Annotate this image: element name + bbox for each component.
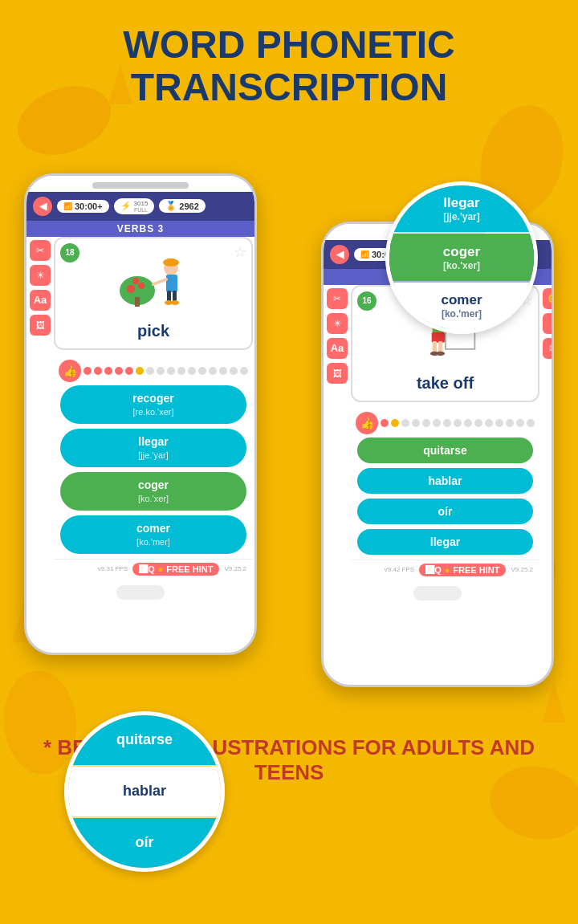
svg-rect-26 <box>431 332 444 343</box>
version-label-2: V9.25.2 <box>511 566 533 573</box>
flash-card-1: 18 ☆ <box>54 237 253 350</box>
answer-btn-2-3[interactable]: llegar <box>357 529 533 555</box>
progress-dots-2: 👍 <box>351 409 539 438</box>
svg-rect-17 <box>168 258 174 265</box>
progress-dots-1: 👍 <box>54 356 253 385</box>
emoji-btn-1[interactable]: 😊 <box>256 240 257 261</box>
card-star-1[interactable]: ☆ <box>234 243 246 261</box>
coin-icon-1: 🏅 <box>165 201 177 211</box>
back-button-2[interactable]: ◀ <box>330 245 349 264</box>
wifi-icon-2: 📶 <box>360 250 369 258</box>
answer-btn-1-2[interactable]: coger [ko.'xer] <box>60 472 246 511</box>
stat-score-1: ⚡ 3015 FULL <box>114 198 155 214</box>
fps-label-2: v9.42 FPS <box>385 566 414 573</box>
callout-circle-1: llegar [jje.'yar] coger [ko.'xer] comer … <box>385 181 538 334</box>
callout-2-item-1: quitarse <box>68 715 221 765</box>
svg-point-12 <box>127 285 135 293</box>
svg-point-13 <box>138 283 144 289</box>
stat-time-1: 📶 30:00+ <box>57 200 109 213</box>
phone-1-center: 18 ☆ <box>54 237 253 579</box>
callout-2-item-3: oír <box>68 818 221 868</box>
answer-btn-1-3[interactable]: comer [ko.'mer] <box>60 515 246 554</box>
card-illustration-1 <box>113 250 193 315</box>
image-btn-2[interactable]: 🖼 <box>327 363 348 384</box>
lightning-icon-1: ⚡ <box>120 201 132 211</box>
right-panel-1: 😊 ⏸ ✉ <box>253 237 257 314</box>
phone-1-app-header: ◀ 📶 30:00+ ⚡ 3015 FULL 🏅 2962 <box>26 192 254 221</box>
pause-btn-2[interactable]: ⏸ <box>543 313 554 334</box>
svg-rect-11 <box>135 297 140 307</box>
svg-rect-28 <box>438 341 442 353</box>
svg-rect-27 <box>432 341 436 353</box>
answer-btn-2-2[interactable]: oír <box>357 499 533 524</box>
hint-bar-2: v9.42 FPS 🅿Q ● FREE HINT V9.25.2 <box>351 560 539 580</box>
version-label-1: V9.25.2 <box>224 565 246 572</box>
phone-2-home <box>324 580 552 607</box>
stat-coins-1: 🏅 2962 <box>159 199 205 213</box>
text-btn-2[interactable]: Aa <box>327 338 348 359</box>
scissor-btn-2[interactable]: ✂ <box>327 288 348 309</box>
home-oval-1[interactable] <box>116 585 165 600</box>
phone-1-home <box>26 579 254 606</box>
answer-btn-1-0[interactable]: recoger [re.ko.'xer] <box>60 385 246 424</box>
phone-1: ◀ 📶 30:00+ ⚡ 3015 FULL 🏅 2962 <box>24 173 257 655</box>
mail-btn-2[interactable]: ✉ <box>543 338 554 359</box>
category-label-1: VERBS 3 <box>26 221 254 237</box>
answer-btn-2-0[interactable]: quitarse <box>357 438 533 463</box>
pause-btn-1[interactable]: ⏸ <box>256 265 257 286</box>
card-number-1: 18 <box>60 243 79 263</box>
card-number-2: 16 <box>357 291 377 311</box>
callout-circle-2: quitarse hablar oír <box>64 711 225 872</box>
svg-line-23 <box>153 279 166 284</box>
callout-2-item-2: hablar <box>68 767 221 816</box>
text-btn-1[interactable]: Aa <box>30 290 51 311</box>
main-title: WORD PHONETICTRANSCRIPTION <box>123 24 454 109</box>
back-button-1[interactable]: ◀ <box>33 197 52 216</box>
left-panel-1: ✂ ☀ Aa 🖼 <box>26 237 54 339</box>
phone-1-notch <box>26 176 254 192</box>
right-panel-2: 😊 ⏸ ✉ <box>539 285 554 362</box>
image-btn-1[interactable]: 🖼 <box>30 315 51 336</box>
svg-point-30 <box>436 351 445 355</box>
notch-bar <box>92 182 189 189</box>
mail-btn-1[interactable]: ✉ <box>256 290 257 311</box>
wifi-icon: 📶 <box>63 202 72 210</box>
card-word-1: pick <box>137 322 169 340</box>
thumb-icon-2[interactable]: 👍 <box>356 412 378 434</box>
svg-point-14 <box>132 278 139 284</box>
sun-btn-2[interactable]: ☀ <box>327 313 348 334</box>
hint-bar-1: v9.31 FPS 🅿Q ● FREE HINT V9.25.2 <box>54 559 253 579</box>
svg-rect-18 <box>166 275 177 292</box>
thumb-icon-1[interactable]: 👍 <box>59 360 81 382</box>
answers-2: quitarse hablar oír llegar <box>351 438 539 555</box>
hint-badge-2[interactable]: 🅿Q ● FREE HINT <box>419 564 506 576</box>
card-word-2: take off <box>417 374 474 393</box>
fps-label-1: v9.31 FPS <box>98 565 128 572</box>
phone-1-main-area: ✂ ☀ Aa 🖼 18 ☆ <box>26 237 254 579</box>
answer-btn-1-1[interactable]: llegar [jje.'yar] <box>60 429 246 467</box>
callout-1-item-1: llegar [jje.'yar] <box>389 185 534 233</box>
callout-1-item-2: coger [ko.'xer] <box>389 234 534 281</box>
emoji-btn-2[interactable]: 😊 <box>543 288 554 309</box>
sun-btn-1[interactable]: ☀ <box>30 265 51 286</box>
answers-1: recoger [re.ko.'xer] llegar [jje.'yar] c… <box>54 385 253 554</box>
hint-badge-1[interactable]: 🅿Q ● FREE HINT <box>132 563 219 576</box>
home-oval-2[interactable] <box>413 586 462 600</box>
answer-btn-2-1[interactable]: hablar <box>357 468 533 494</box>
scissor-btn-1[interactable]: ✂ <box>30 240 51 261</box>
left-panel-2: ✂ ☀ Aa 🖼 <box>324 285 351 387</box>
svg-point-22 <box>171 300 179 305</box>
